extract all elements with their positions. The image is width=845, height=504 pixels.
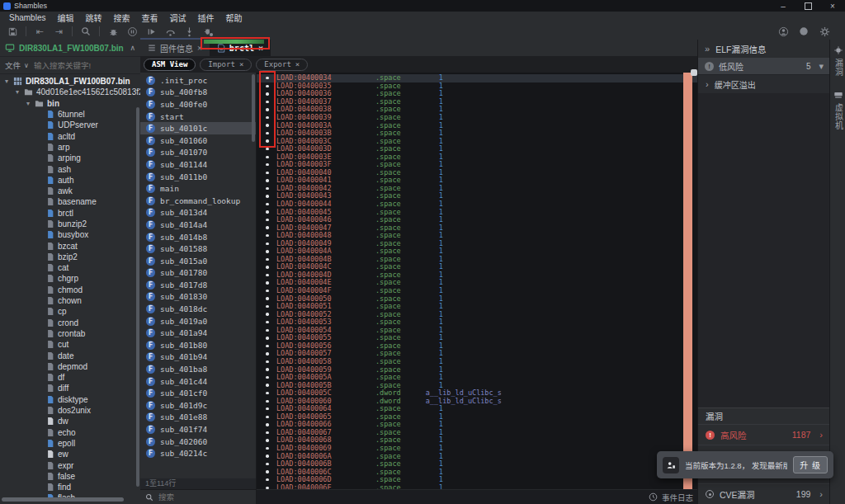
view-pill-import[interactable]: Import× [200, 59, 252, 71]
close-button[interactable]: × [820, 0, 845, 12]
breakpoint-dot-column[interactable] [258, 463, 276, 465]
tree-file[interactable]: awk [0, 186, 140, 196]
tree-file[interactable]: chgrp [0, 273, 140, 284]
asm-line[interactable]: LOAD:00400069 .space 1 [257, 445, 697, 453]
breakpoint-dot-column[interactable] [258, 431, 276, 434]
breakpoint-dot-column[interactable] [258, 250, 276, 252]
minimize-button[interactable]: – [771, 0, 795, 12]
breakpoint-dot-column[interactable] [258, 368, 276, 370]
tree-file[interactable]: date [0, 350, 140, 360]
function-row[interactable]: F sub_401ba8 [140, 363, 256, 375]
breakpoint-dot-column[interactable] [258, 439, 276, 441]
tree-file[interactable]: dw [0, 416, 140, 426]
function-row[interactable]: F sub_400fe0 [140, 98, 256, 111]
asm-line[interactable]: LOAD:0040005A .space 1 [257, 374, 697, 382]
tree-file[interactable]: find [0, 482, 140, 492]
function-row[interactable]: F sub_401070 [140, 147, 256, 159]
breakpoint-dot-column[interactable] [258, 234, 276, 237]
function-row[interactable]: F sub_401e88 [140, 412, 256, 424]
breakpoint-dot-column[interactable] [258, 243, 276, 245]
function-row[interactable]: F sub_401f74 [140, 423, 256, 436]
breakpoint-dot-column[interactable] [258, 281, 276, 284]
breakpoint-dot-column[interactable] [258, 219, 276, 221]
asm-line[interactable]: LOAD:00400039 .space 1 [257, 114, 697, 122]
function-row[interactable]: F sub_4014b8 [140, 231, 256, 243]
tree-file[interactable]: busybox [0, 229, 140, 240]
breakpoint-dot-column[interactable] [258, 203, 276, 205]
breakpoint-dot-column[interactable] [258, 290, 276, 292]
tree-folder-hash[interactable]: ▾ 40d016e1ec415621c50813f2afa273b [0, 87, 140, 97]
resume-icon[interactable] [145, 26, 157, 37]
breakpoint-dot-column[interactable] [258, 400, 276, 403]
tree-file[interactable]: dos2unix [0, 405, 140, 416]
pill-close-icon[interactable]: × [295, 60, 300, 68]
function-row[interactable]: F sub_4014a4 [140, 219, 256, 231]
breakpoint-dot-column[interactable] [258, 478, 276, 481]
tree-file[interactable]: 6tunnel [0, 109, 140, 120]
view-pill-asm[interactable]: ASM View [144, 59, 196, 71]
function-row[interactable]: F sub_400fb8 [140, 87, 256, 99]
menu-item[interactable]: 查看 [135, 12, 163, 24]
breakpoint-dot-column[interactable] [258, 266, 276, 268]
navigate-back-icon[interactable]: ⇤ [34, 26, 45, 37]
menu-item[interactable]: 帮助 [220, 12, 248, 24]
breakpoint-dot-column[interactable] [258, 274, 276, 276]
tree-file[interactable]: cp [0, 306, 140, 317]
tree-file[interactable]: auth [0, 175, 140, 186]
tree-folder-bin[interactable]: ▾ bin [0, 98, 140, 109]
breakpoint-dot-column[interactable] [258, 392, 276, 394]
function-row[interactable]: F sub_4017d8 [140, 279, 256, 291]
menu-item[interactable]: 调试 [163, 12, 191, 24]
function-row[interactable]: F sub_4015a0 [140, 255, 256, 267]
dropdown-chevron-icon[interactable]: ∨ [24, 62, 29, 69]
breakpoint-dot-column[interactable] [258, 258, 276, 261]
function-row[interactable]: F sub_4019a0 [140, 315, 256, 327]
breakpoint-dot-column[interactable] [258, 384, 276, 386]
breakpoint-dot-column[interactable] [258, 305, 276, 308]
tree-file[interactable]: echo [0, 427, 140, 438]
tree-file[interactable]: df [0, 372, 140, 383]
breakpoint-dot-column[interactable] [258, 226, 276, 228]
function-row[interactable]: F start [140, 111, 256, 123]
menu-item[interactable]: 搜索 [107, 12, 135, 24]
breakpoint-dot-column[interactable] [258, 172, 276, 174]
pause-icon[interactable] [126, 26, 138, 37]
tree-file[interactable]: crontab [0, 328, 140, 339]
theme-icon[interactable] [798, 26, 810, 37]
debug-bug-icon[interactable] [107, 26, 119, 37]
function-row[interactable]: F sub_401b94 [140, 351, 256, 364]
tree-file[interactable]: chown [0, 295, 140, 306]
menu-item[interactable]: Shambles [3, 13, 51, 22]
function-row[interactable]: F sub_401060 [140, 134, 256, 147]
tree-horizontal-scrollbar[interactable] [2, 497, 124, 502]
tree-file[interactable]: bunzip2 [0, 219, 140, 229]
asm-line[interactable]: LOAD:00400044 .space 1 [257, 200, 697, 209]
settings-gear-icon[interactable] [819, 26, 830, 37]
chevron-down-icon[interactable]: ▾ [819, 61, 824, 72]
function-row[interactable]: F sub_401a94 [140, 327, 256, 339]
function-row[interactable]: F br_command_lookup [140, 195, 256, 207]
breakpoint-dot-column[interactable] [258, 329, 276, 332]
function-row[interactable]: F sub_40214c [140, 447, 256, 459]
tree-root-firmware[interactable]: ▾ DIR830LA1_FW100B07.bin [0, 76, 140, 87]
function-row[interactable]: F sub_401830 [140, 291, 256, 304]
breakpoint-dot-column[interactable] [258, 321, 276, 323]
function-row[interactable]: F sub_402060 [140, 436, 256, 448]
step-over-icon[interactable] [164, 26, 176, 37]
breakpoint-dot-column[interactable] [258, 470, 276, 473]
asm-line[interactable]: LOAD:0040006B .space 1 [257, 460, 697, 469]
breakpoint-dot-column[interactable] [258, 148, 276, 150]
function-row[interactable]: F sub_40101c [140, 122, 256, 134]
function-list-scrollbar[interactable] [252, 74, 255, 142]
collapse-chevron-icon[interactable]: ∧ [130, 44, 135, 52]
debug-settings-icon[interactable] [202, 26, 214, 37]
collapse-panel-icon[interactable]: » [705, 44, 710, 54]
tree-file[interactable]: arp [0, 142, 140, 153]
function-row[interactable]: F sub_401d9c [140, 399, 256, 412]
breakpoint-dot-column[interactable] [258, 187, 276, 190]
asm-line[interactable]: LOAD:0040005C .dword a__lib_ld_uClibc_s [257, 389, 697, 398]
upgrade-button[interactable]: 升 级 [793, 456, 828, 473]
breakpoint-dot-column[interactable] [258, 210, 276, 213]
tree-file[interactable]: bzcat [0, 240, 140, 251]
function-row[interactable]: F sub_401144 [140, 158, 256, 171]
